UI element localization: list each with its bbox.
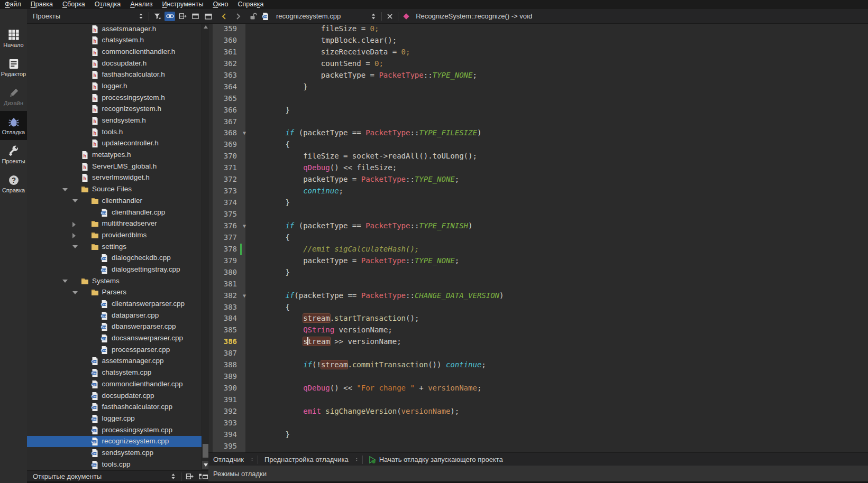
tree-item-sendsystem.h[interactable]: hsendsystem.h bbox=[27, 115, 202, 127]
tree-item-commonclienthandler.cpp[interactable]: C++commonclienthandler.cpp bbox=[27, 378, 202, 390]
back-icon[interactable] bbox=[219, 12, 230, 21]
split-pane-icon[interactable] bbox=[184, 472, 195, 481]
line-number[interactable]: 388 bbox=[208, 359, 240, 371]
line-number[interactable]: 376 bbox=[208, 220, 240, 232]
menu-item-Инструменты[interactable]: Инструменты bbox=[157, 0, 208, 9]
code-line-376[interactable]: 376▼ if (packetType == PacketType::TYPE_… bbox=[208, 220, 868, 232]
tree-item-assetsmanager.h[interactable]: hassetsmanager.h bbox=[27, 23, 202, 35]
mode-grid[interactable]: Начало bbox=[0, 24, 27, 53]
open-documents-title[interactable]: Открытые документы bbox=[27, 472, 167, 480]
line-number[interactable]: 384 bbox=[208, 313, 240, 324]
filter-icon[interactable] bbox=[152, 12, 162, 21]
tree-item-tools.cpp[interactable]: C++tools.cpp bbox=[27, 459, 202, 470]
line-number[interactable]: 362 bbox=[208, 58, 240, 70]
tree-collapse-arrow-icon[interactable] bbox=[72, 291, 78, 294]
line-number[interactable]: 364 bbox=[208, 81, 240, 93]
code-line-382[interactable]: 382▼ if(packetType == PacketType::CHANGE… bbox=[208, 290, 868, 302]
mode-bug[interactable]: Отладка bbox=[0, 111, 27, 140]
tree-item-Source Files[interactable]: Source Files bbox=[27, 184, 202, 196]
tree-item-clientanswerparser.cpp[interactable]: C++clientanswerparser.cpp bbox=[27, 299, 202, 310]
tree-item-providerdblms[interactable]: providerdblms bbox=[27, 229, 202, 241]
line-number[interactable]: 369 bbox=[208, 139, 240, 151]
menu-item-Сборка[interactable]: Сборка bbox=[58, 0, 90, 9]
code-line-380[interactable]: 380 } bbox=[208, 267, 868, 278]
tree-item-Systems[interactable]: Systems bbox=[27, 275, 202, 287]
open-file-name[interactable]: recognizesystem.cpp bbox=[276, 12, 341, 20]
tree-item-docsanswerparser.cpp[interactable]: C++docsanswerparser.cpp bbox=[27, 333, 202, 345]
code-line-384[interactable]: 384 stream.startTransaction(); bbox=[208, 313, 868, 324]
tree-expand-arrow-icon[interactable] bbox=[72, 222, 76, 227]
line-number[interactable]: 383 bbox=[208, 302, 240, 313]
line-number[interactable]: 373 bbox=[208, 185, 240, 197]
line-number[interactable]: 371 bbox=[208, 162, 240, 174]
scroll-up-arrow-icon[interactable] bbox=[204, 25, 208, 29]
tree-item-processparser.cpp[interactable]: C++processparser.cpp bbox=[27, 344, 202, 356]
tree-item-clienthandler.cpp[interactable]: C++clienthandler.cpp bbox=[27, 207, 202, 218]
line-number[interactable]: 372 bbox=[208, 174, 240, 185]
code-line-360[interactable]: 360 tmpBlock.clear(); bbox=[208, 35, 868, 47]
code-line-365[interactable]: 365 bbox=[208, 93, 868, 105]
tree-item-assetsmanager.cpp[interactable]: C++assetsmanager.cpp bbox=[27, 356, 202, 367]
document-selector-updown-icon[interactable] bbox=[368, 12, 379, 21]
forward-icon[interactable] bbox=[233, 12, 243, 21]
mode-wrench[interactable]: Проекты bbox=[0, 140, 27, 169]
code-line-385[interactable]: 385 QString versionName; bbox=[208, 324, 868, 336]
code-line-361[interactable]: 361 sizeReceiveData = 0; bbox=[208, 47, 868, 58]
fold-column[interactable]: ▼ bbox=[240, 127, 249, 139]
current-symbol[interactable]: RecognizeSystem::recognize() -> void bbox=[416, 12, 532, 20]
code-line-370[interactable]: 370 fileSize = socket->readAll().toULong… bbox=[208, 151, 868, 162]
pane-selector-updown-icon[interactable] bbox=[168, 472, 178, 481]
tree-item-Parsers[interactable]: Parsers bbox=[27, 287, 202, 299]
tree-item-commonclienthandler.h[interactable]: hcommonclienthandler.h bbox=[27, 46, 202, 58]
code-line-374[interactable]: 374 } bbox=[208, 197, 868, 209]
code-line-372[interactable]: 372 packetType = PacketType::TYPE_NONE; bbox=[208, 174, 868, 185]
code-line-362[interactable]: 362 countSend = 0; bbox=[208, 58, 868, 70]
tree-item-multithreadserver[interactable]: multithreadserver bbox=[27, 218, 202, 230]
sync-with-editor-icon[interactable] bbox=[165, 12, 175, 21]
code-line-392[interactable]: 392 emit sigChangeVersion(versionName); bbox=[208, 406, 868, 417]
code-line-381[interactable]: 381 bbox=[208, 278, 868, 290]
line-number[interactable]: 382 bbox=[208, 290, 240, 302]
tree-item-sendsystem.cpp[interactable]: C++sendsystem.cpp bbox=[27, 447, 202, 459]
mode-help[interactable]: ?Справка bbox=[0, 169, 27, 198]
tree-collapse-arrow-icon[interactable] bbox=[72, 199, 78, 202]
line-number[interactable]: 387 bbox=[208, 348, 240, 359]
code-line-368[interactable]: 368▼ if (packetType == PacketType::TYPE_… bbox=[208, 127, 868, 139]
code-line-394[interactable]: 394 } bbox=[208, 429, 868, 441]
close-split-icon[interactable] bbox=[203, 12, 214, 21]
debug-modes-bar[interactable]: Режимы отладки bbox=[208, 466, 868, 481]
line-number[interactable]: 361 bbox=[208, 47, 240, 58]
pane-selector-updown-icon[interactable] bbox=[135, 12, 146, 21]
tree-item-serverlmswidget.h[interactable]: hserverlmswidget.h bbox=[27, 172, 202, 184]
code-line-366[interactable]: 366 } bbox=[208, 105, 868, 116]
start-debug-label[interactable]: Начать отладку запускающего проекта bbox=[379, 456, 503, 463]
tree-collapse-arrow-icon[interactable] bbox=[62, 188, 68, 191]
line-number[interactable]: 375 bbox=[208, 209, 240, 220]
code-line-390[interactable]: 390 qDebug() << "For change " + versionN… bbox=[208, 383, 868, 394]
menu-item-Файл[interactable]: Файл bbox=[0, 0, 26, 9]
code-line-371[interactable]: 371 qDebug() << fileSize; bbox=[208, 162, 868, 174]
tree-item-chatsystem.cpp[interactable]: C++chatsystem.cpp bbox=[27, 367, 202, 379]
line-number[interactable]: 381 bbox=[208, 278, 240, 290]
line-number[interactable]: 378 bbox=[208, 244, 240, 255]
code-line-373[interactable]: 373 continue; bbox=[208, 185, 868, 197]
code-line-359[interactable]: 359 fileSize = 0; bbox=[208, 23, 868, 35]
tree-item-fasthashcalculator.cpp[interactable]: C++fasthashcalculator.cpp bbox=[27, 402, 202, 413]
tree-item-recognizesystem.cpp[interactable]: C++recognizesystem.cpp bbox=[27, 436, 202, 448]
line-number[interactable]: 386 bbox=[208, 336, 240, 348]
line-number[interactable]: 391 bbox=[208, 394, 240, 406]
tree-item-docsupdater.cpp[interactable]: C++docsupdater.cpp bbox=[27, 390, 202, 402]
line-number[interactable]: 394 bbox=[208, 429, 240, 441]
line-number[interactable]: 365 bbox=[208, 93, 240, 105]
mode-pencil[interactable]: Дизайн bbox=[0, 82, 27, 111]
line-number[interactable]: 393 bbox=[208, 417, 240, 429]
tree-collapse-arrow-icon[interactable] bbox=[62, 280, 68, 283]
tree-scrollbar[interactable] bbox=[202, 23, 209, 470]
line-number[interactable]: 368 bbox=[208, 127, 240, 139]
tree-item-fasthashcalculator.h[interactable]: hfasthashcalculator.h bbox=[27, 69, 202, 81]
start-debug-icon[interactable] bbox=[368, 456, 377, 464]
tree-item-dataparser.cpp[interactable]: C++dataparser.cpp bbox=[27, 310, 202, 321]
code-line-367[interactable]: 367 bbox=[208, 116, 868, 128]
line-number[interactable]: 370 bbox=[208, 151, 240, 162]
menu-item-Справка[interactable]: Справка bbox=[233, 0, 268, 9]
